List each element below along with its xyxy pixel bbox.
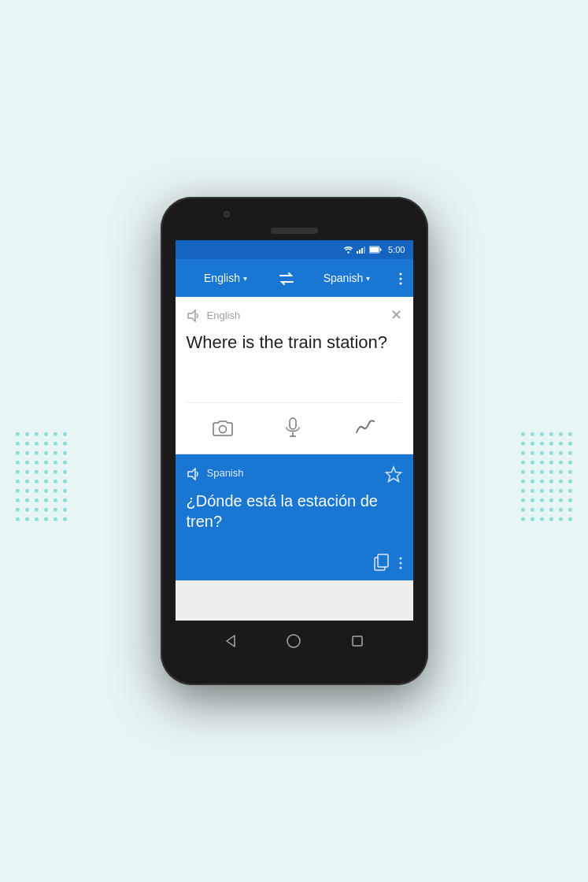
decorative-dots-right (521, 432, 572, 521)
svg-rect-2 (359, 250, 361, 254)
svg-point-0 (347, 251, 349, 253)
phone-shell: 5:00 English ▾ Spanish ▾ (161, 197, 428, 685)
wifi-icon (343, 246, 353, 254)
target-language-button[interactable]: Spanish ▾ (303, 267, 391, 289)
svg-point-12 (220, 426, 227, 433)
input-actions (187, 402, 402, 444)
svg-point-20 (399, 557, 401, 559)
overflow-menu-button[interactable] (394, 265, 407, 291)
battery-icon (369, 246, 382, 254)
status-time: 5:00 (388, 245, 405, 254)
empty-area (176, 580, 413, 621)
svg-marker-23 (227, 636, 235, 647)
source-language-button[interactable]: English ▾ (182, 267, 270, 289)
svg-marker-16 (188, 469, 195, 480)
phone-bottom (161, 662, 428, 685)
svg-rect-13 (290, 418, 296, 429)
screen: 5:00 English ▾ Spanish ▾ (176, 240, 413, 662)
source-lang-chevron-icon: ▾ (243, 274, 247, 283)
home-button[interactable] (281, 628, 306, 654)
input-text[interactable]: Where is the train station? (187, 332, 402, 395)
input-language-label: English (207, 309, 384, 321)
svg-rect-3 (361, 248, 363, 254)
status-bar: 5:00 (176, 240, 413, 259)
swap-icon (278, 272, 295, 285)
svg-rect-19 (378, 554, 388, 567)
more-vertical-icon (399, 272, 402, 286)
recents-button[interactable] (345, 628, 370, 654)
svg-point-8 (399, 272, 401, 275)
favorite-button[interactable] (385, 464, 402, 483)
target-lang-chevron-icon: ▾ (366, 274, 370, 283)
input-header: English ✕ (187, 306, 402, 324)
handwriting-button[interactable] (347, 412, 382, 443)
output-text: ¿Dónde está la estación de tren? (187, 491, 402, 544)
output-overflow-button[interactable] (399, 554, 402, 570)
svg-rect-6 (380, 249, 382, 251)
speaker-grill (271, 228, 318, 234)
svg-point-10 (399, 282, 401, 284)
status-icons: 5:00 (343, 245, 405, 254)
microphone-button[interactable] (279, 411, 306, 444)
swap-languages-button[interactable] (273, 265, 300, 291)
svg-marker-17 (386, 467, 401, 482)
back-button[interactable] (218, 628, 243, 654)
svg-point-9 (399, 277, 401, 280)
output-header: Spanish (187, 464, 402, 483)
source-language-label: English (204, 272, 240, 284)
output-section: Spanish ¿Dónde está la estación de tren? (176, 454, 413, 580)
svg-rect-1 (357, 251, 358, 254)
svg-rect-25 (353, 636, 362, 646)
front-camera (224, 211, 230, 217)
app-toolbar: English ▾ Spanish ▾ (176, 259, 413, 297)
svg-point-22 (399, 566, 401, 569)
output-language-label: Spanish (207, 467, 379, 479)
navigation-bar (176, 621, 413, 662)
svg-rect-4 (364, 246, 365, 254)
copy-button[interactable] (374, 554, 390, 571)
signal-icon (357, 246, 366, 254)
input-speaker-icon[interactable] (187, 308, 201, 322)
svg-point-21 (399, 561, 401, 564)
svg-point-24 (287, 635, 300, 647)
svg-marker-11 (188, 310, 195, 321)
input-section: English ✕ Where is the train station? (176, 297, 413, 454)
svg-rect-7 (370, 247, 379, 252)
output-actions (187, 554, 402, 571)
camera-button[interactable] (206, 413, 239, 443)
output-speaker-icon[interactable] (187, 466, 201, 480)
close-input-button[interactable]: ✕ (390, 306, 402, 324)
decorative-dots-left (16, 432, 67, 521)
phone-top (161, 197, 428, 240)
target-language-label: Spanish (324, 272, 364, 284)
